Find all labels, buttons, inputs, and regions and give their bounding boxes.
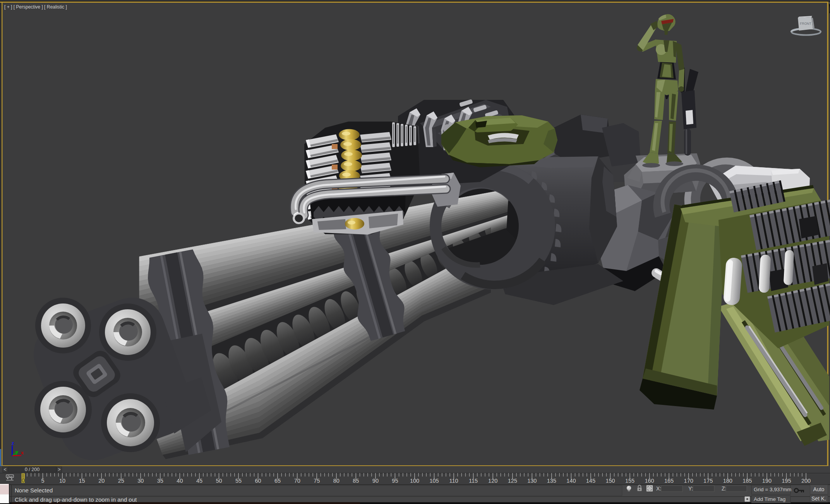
- svg-text:FRONT: FRONT: [800, 22, 811, 26]
- svg-text:75: 75: [314, 478, 320, 484]
- svg-text:95: 95: [392, 478, 398, 484]
- svg-text:190: 190: [762, 478, 772, 484]
- svg-text:120: 120: [488, 478, 497, 484]
- svg-text:55: 55: [235, 478, 242, 484]
- svg-text:155: 155: [625, 478, 635, 484]
- svg-text:165: 165: [664, 478, 674, 484]
- svg-text:y: y: [15, 449, 19, 455]
- svg-text:125: 125: [508, 478, 517, 484]
- svg-text:100: 100: [410, 478, 419, 484]
- svg-text:0: 0: [22, 477, 25, 483]
- svg-text:45: 45: [196, 478, 202, 484]
- svg-text:Grid = 3,937mm: Grid = 3,937mm: [754, 487, 791, 492]
- svg-text:110: 110: [449, 478, 458, 484]
- svg-text:85: 85: [353, 478, 359, 484]
- svg-text:40: 40: [177, 478, 183, 484]
- svg-text:50: 50: [216, 478, 222, 484]
- svg-text:195: 195: [782, 478, 791, 484]
- svg-text:175: 175: [703, 478, 713, 484]
- svg-text:115: 115: [469, 478, 478, 484]
- svg-text:Click and drag up-and-down to: Click and drag up-and-down to zoom in an…: [15, 496, 137, 503]
- svg-text:Add Time Tag: Add Time Tag: [754, 496, 785, 502]
- svg-text:145: 145: [586, 478, 595, 484]
- svg-text:70: 70: [294, 478, 300, 484]
- svg-text:X:: X:: [656, 485, 661, 492]
- svg-text:185: 185: [743, 478, 752, 484]
- svg-text:[ + ] [ Perspective ] [ Realis: [ + ] [ Perspective ] [ Realistic ]: [4, 4, 67, 10]
- svg-text:140: 140: [566, 478, 576, 484]
- svg-text:30: 30: [137, 478, 144, 484]
- svg-text:None Selected: None Selected: [15, 487, 53, 494]
- svg-text:10: 10: [59, 478, 65, 484]
- svg-text:60: 60: [255, 478, 261, 484]
- svg-text:90: 90: [372, 478, 379, 484]
- svg-text:0 / 200: 0 / 200: [25, 467, 39, 472]
- svg-text:15: 15: [79, 478, 85, 484]
- svg-text:Y:: Y:: [688, 485, 693, 492]
- svg-text:Auto: Auto: [813, 486, 825, 492]
- svg-text:5: 5: [41, 478, 44, 484]
- svg-text:135: 135: [547, 478, 556, 484]
- svg-text:105: 105: [429, 478, 439, 484]
- svg-text:25: 25: [118, 478, 124, 484]
- svg-text:160: 160: [645, 478, 654, 484]
- svg-text:Set K.: Set K.: [811, 495, 826, 502]
- svg-text:20: 20: [98, 478, 105, 484]
- svg-text:180: 180: [723, 478, 732, 484]
- svg-text:x: x: [21, 450, 24, 456]
- svg-text:200: 200: [801, 478, 811, 484]
- svg-text:80: 80: [333, 478, 340, 484]
- svg-text:z: z: [12, 440, 14, 446]
- svg-text:<: <: [3, 467, 6, 472]
- svg-text:150: 150: [605, 478, 615, 484]
- svg-text:130: 130: [527, 478, 537, 484]
- svg-text:35: 35: [157, 478, 163, 484]
- svg-text:170: 170: [684, 478, 693, 484]
- svg-text:>: >: [58, 467, 60, 472]
- svg-text:65: 65: [274, 478, 281, 484]
